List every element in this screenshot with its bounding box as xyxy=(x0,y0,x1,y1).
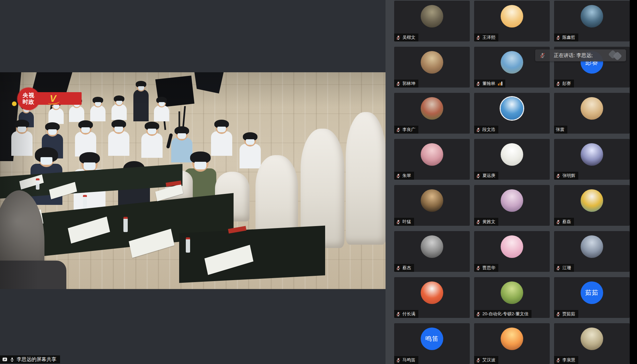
participant-avatar xyxy=(421,5,443,28)
scene-sc xyxy=(194,72,224,93)
participant-name: 江珊 xyxy=(562,265,571,271)
screen-share-tag: 李思远的屏幕共享 xyxy=(0,355,60,363)
yellow-dot xyxy=(12,101,17,106)
participant-name: 张震 xyxy=(556,127,564,133)
participant-tile[interactable]: 蔡磊 xyxy=(554,185,630,226)
participant-tile[interactable]: 李泉慧 xyxy=(554,323,630,364)
scene-body xyxy=(211,131,232,156)
participant-name-tag: 付长满 xyxy=(394,310,418,318)
participant-avatar xyxy=(421,189,443,212)
participant-name: 20-自动化-专硕2-董文佳 xyxy=(482,311,529,317)
participant-avatar xyxy=(421,235,443,258)
screen-share-icon xyxy=(2,357,8,362)
scene-body xyxy=(141,133,163,158)
scene-mask xyxy=(84,162,96,170)
participant-tile[interactable]: 黄茜文 xyxy=(474,185,550,226)
muted-mic-icon xyxy=(396,266,401,271)
cctv-watermark: V 央视 时政 xyxy=(12,88,85,113)
muted-mic-icon xyxy=(396,312,401,317)
scrollbar-track[interactable] xyxy=(630,0,637,364)
participant-name: 贾茹茹 xyxy=(562,311,575,317)
scene-mask xyxy=(114,127,123,132)
participant-name-tag: 夏远庚 xyxy=(474,172,498,180)
participant-avatar xyxy=(421,143,443,166)
participant-name-tag: 蔡磊 xyxy=(554,218,574,226)
participant-tile[interactable]: 段文浩 xyxy=(474,93,550,134)
muted-mic-icon xyxy=(556,173,561,178)
participant-tile[interactable]: 张明辉 xyxy=(554,139,630,180)
participant-tile[interactable]: 20-自动化-专硕2-董文佳 xyxy=(474,277,550,318)
participant-name: 黄茜文 xyxy=(482,219,495,225)
muted-mic-icon xyxy=(476,266,481,271)
participant-tile[interactable]: 夏远庚 xyxy=(474,139,550,180)
scene-mask xyxy=(18,127,26,132)
participant-avatar xyxy=(501,328,523,350)
scene-body xyxy=(11,131,33,156)
participant-avatar xyxy=(501,51,523,74)
screen-share-label: 李思远的屏幕共享 xyxy=(17,356,56,363)
scene-tb xyxy=(179,225,325,283)
mic-on-icon xyxy=(10,357,15,362)
scene-mask xyxy=(81,127,90,133)
participant-name: 张明辉 xyxy=(562,173,575,179)
participant-tile[interactable]: 陈鑫哲 xyxy=(554,1,630,41)
muted-mic-icon xyxy=(396,358,401,363)
participant-name-tag: 张明辉 xyxy=(554,172,578,180)
cctv-badge-line1: 央视 xyxy=(23,92,35,99)
muted-mic-icon xyxy=(396,173,401,178)
participant-avatar xyxy=(581,97,603,120)
scene-body xyxy=(171,138,192,162)
participant-avatar xyxy=(501,235,523,258)
participant-name: 王泽熙 xyxy=(482,34,495,40)
participant-tile[interactable]: 朱翠 xyxy=(394,139,470,180)
participants-panel: 吴楷文 王泽熙 陈鑫哲 xyxy=(386,0,637,364)
meeting-watermark-logo xyxy=(608,50,623,60)
participant-name: 曹思华 xyxy=(482,265,495,271)
participant-name-tag: 吴楷文 xyxy=(394,33,418,41)
scene-mask xyxy=(48,129,57,135)
participant-name: 艾汉波 xyxy=(482,357,495,363)
muted-mic-icon xyxy=(396,127,401,132)
muted-mic-icon xyxy=(476,81,481,86)
participant-name: 夏远庚 xyxy=(482,173,495,179)
participant-name-tag: 曹思华 xyxy=(474,264,498,272)
shared-video[interactable]: V 央视 时政 xyxy=(0,72,386,289)
red-dot xyxy=(77,96,81,100)
cctv-badge-line2: 时政 xyxy=(23,99,35,105)
scene-body xyxy=(133,90,149,121)
participant-tile[interactable]: 吴楷文 xyxy=(394,1,470,41)
participant-tile[interactable]: 江珊 xyxy=(554,231,630,272)
participant-tile[interactable]: 郭林坤 xyxy=(394,47,470,88)
scene-body xyxy=(154,105,169,121)
network-signal-icon xyxy=(498,82,502,86)
scene-body xyxy=(90,105,106,121)
participant-avatar xyxy=(581,189,603,212)
participant-avatar xyxy=(581,235,603,258)
participant-avatar xyxy=(581,143,603,166)
participant-avatar xyxy=(501,189,523,212)
participant-tile[interactable]: 艾汉波 xyxy=(474,323,550,364)
participant-tile[interactable]: 李良广 xyxy=(394,93,470,134)
participant-tile[interactable]: 茹茹 贾茹茹 xyxy=(554,277,630,318)
scene-bottle xyxy=(186,237,190,253)
participant-tile[interactable]: 曹思华 xyxy=(474,231,550,272)
meeting-app-window: V 央视 时政 李思远的屏幕共 xyxy=(0,0,637,364)
participant-name-tag: 郭林坤 xyxy=(394,80,418,88)
participant-name: 蔡杰 xyxy=(402,265,411,271)
participant-avatar: 茹茹 xyxy=(581,281,603,304)
participant-avatar xyxy=(421,51,443,74)
scene-mask xyxy=(246,139,254,145)
participant-tile[interactable]: 蔡杰 xyxy=(394,231,470,272)
speaking-indicator-banner: 正在讲话: 李思远; xyxy=(535,49,626,61)
participant-name: 蔡磊 xyxy=(562,219,571,225)
muted-mic-icon xyxy=(556,81,561,86)
participant-avatar xyxy=(501,5,523,28)
participant-tile[interactable]: 张震 xyxy=(554,93,630,134)
participant-tile[interactable]: 付长满 xyxy=(394,277,470,318)
participant-name-tag: 王泽熙 xyxy=(474,33,498,41)
participant-tile[interactable]: 叶猛 xyxy=(394,185,470,226)
participant-name: 吴楷文 xyxy=(402,34,415,40)
participant-tile[interactable]: 鸣笛 马鸣笛 xyxy=(394,323,470,364)
participant-name: 段文浩 xyxy=(482,127,495,133)
participant-tile[interactable]: 王泽熙 xyxy=(474,1,550,41)
